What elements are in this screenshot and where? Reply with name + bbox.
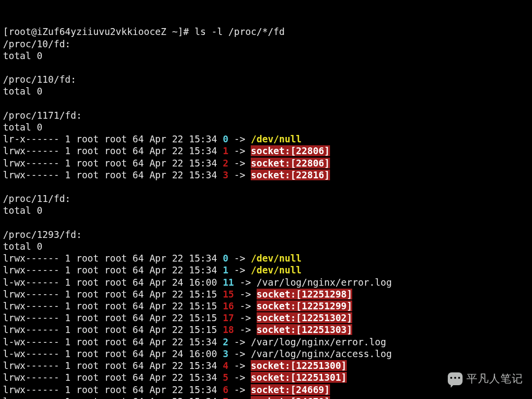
arrow: -> [229,336,251,347]
fd-entry: lrwx------ 1 root root 64 Apr 22 15:15 1… [3,288,529,300]
perms: lr-x------ [3,133,59,144]
ls-listing: /proc/10/fd:total 0 /proc/110/fd:total 0… [3,38,529,399]
fd-number: 6 [223,384,228,395]
arrow: -> [229,265,251,275]
arrow: -> [229,169,251,180]
blank-line [3,181,529,193]
perms: lrwx------ [3,145,59,156]
arrow: -> [234,312,257,323]
perms: l-wx------ [3,336,59,347]
fd-number: 4 [223,360,228,371]
command-text: ls -l /proc/*/fd [195,26,285,37]
arrow: -> [229,145,251,156]
arrow: -> [234,324,257,335]
dir-total: total 0 [3,50,529,62]
perms: lrwx------ [3,253,59,264]
fd-number: 0 [223,133,228,144]
watermark-text: 平凡人笔记 [466,373,523,385]
fd-target: socket:[22816] [251,169,330,180]
perms: lrwx------ [3,300,59,311]
fd-target: /var/log/nginx/error.log [251,336,386,347]
fd-target: socket:[22806] [251,145,330,156]
arrow: -> [229,158,251,168]
fd-entry: lrwx------ 1 root root 64 Apr 22 15:15 1… [3,312,529,324]
meta: 1 root root 64 Apr 22 15:34 [59,158,223,168]
blank-line [3,62,529,73]
arrow: -> [229,133,251,144]
blank-line [3,217,529,229]
fd-entry: lrwx------ 1 root root 64 Apr 22 15:15 1… [3,300,529,312]
fd-target: /dev/null [251,133,301,144]
meta: 1 root root 64 Apr 22 15:15 [59,324,223,335]
dir-header: /proc/1171/fd: [3,109,529,121]
fd-number: 15 [223,289,234,299]
prompt-cwd: ~ [166,26,178,37]
meta: 1 root root 64 Apr 24 16:00 [59,277,223,288]
meta: 1 root root 64 Apr 22 15:15 [59,312,223,323]
dir-header: /proc/1293/fd: [3,229,529,240]
arrow: -> [234,277,257,288]
fd-entry: lrwx------ 1 root root 64 Apr 22 15:15 1… [3,324,529,335]
fd-target: socket:[12251302] [257,312,352,323]
fd-target: /dev/null [251,253,301,264]
fd-number: 0 [223,253,228,264]
meta: 1 root root 64 Apr 22 15:34 [59,265,223,275]
perms: l-wx------ [3,277,59,288]
dir-total: total 0 [3,85,529,97]
fd-entry: lrwx------ 1 root root 64 Apr 22 15:34 2… [3,157,529,169]
fd-target: /dev/null [251,265,301,275]
fd-target: socket:[12251300] [251,360,346,371]
fd-number: 18 [223,324,234,335]
fd-number: 1 [223,265,228,275]
fd-entry: lrwx------ 1 root root 64 Apr 22 15:34 1… [3,264,529,276]
meta: 1 root root 64 Apr 22 15:34 [59,396,223,399]
dir-header: /proc/11/fd: [3,193,529,204]
dir-total: total 0 [3,240,529,252]
perms: lrwx------ [3,169,59,180]
prompt-open: [ [3,26,8,37]
fd-number: 2 [223,158,228,168]
meta: 1 root root 64 Apr 22 15:34 [59,253,223,264]
fd-number: 5 [223,372,228,383]
dir-header: /proc/110/fd: [3,73,529,85]
meta: 1 root root 64 Apr 22 15:34 [59,360,223,371]
fd-number: 11 [223,277,234,288]
meta: 1 root root 64 Apr 22 15:15 [59,289,223,299]
meta: 1 root root 64 Apr 22 15:34 [59,384,223,395]
fd-target: /var/log/nginx/error.log [257,277,392,288]
fd-entry: lr-x------ 1 root root 64 Apr 22 15:34 0… [3,133,529,145]
watermark: 平凡人笔记 [448,372,523,385]
meta: 1 root root 64 Apr 22 15:34 [59,133,223,144]
dir-total: total 0 [3,204,529,216]
fd-target: socket:[24669] [251,384,330,395]
prompt-close: ]# [178,26,195,37]
perms: lrwx------ [3,396,59,399]
perms: lrwx------ [3,384,59,395]
meta: 1 root root 64 Apr 22 15:34 [59,336,223,347]
fd-entry: lrwx------ 1 root root 64 Apr 22 15:34 4… [3,360,529,371]
prompt-line[interactable]: [root@iZuf64yziiuvu2vkkiooceZ ~]# ls -l … [3,26,529,37]
fd-number: 3 [223,169,228,180]
perms: lrwx------ [3,265,59,275]
blank-line [3,98,529,109]
perms: l-wx------ [3,348,59,359]
fd-entry: l-wx------ 1 root root 64 Apr 24 16:00 1… [3,276,529,288]
fd-entry: lrwx------ 1 root root 64 Apr 22 15:34 1… [3,145,529,157]
fd-target: socket:[12251303] [257,324,352,335]
perms: lrwx------ [3,324,59,335]
meta: 1 root root 64 Apr 22 15:34 [59,372,223,383]
wechat-icon [448,372,463,385]
perms: lrwx------ [3,158,59,168]
perms: lrwx------ [3,372,59,383]
dir-total: total 0 [3,121,529,133]
terminal-output: [root@iZuf64yziiuvu2vkkiooceZ ~]# ls -l … [0,0,532,399]
fd-entry: l-wx------ 1 root root 64 Apr 22 15:34 2… [3,336,529,348]
fd-number: 7 [223,396,228,399]
fd-number: 16 [223,300,234,311]
fd-target: socket:[12251301] [251,372,346,383]
arrow: -> [229,360,251,371]
meta: 1 root root 64 Apr 22 15:15 [59,300,223,311]
fd-entry: lrwx------ 1 root root 64 Apr 22 15:34 3… [3,169,529,181]
fd-number: 17 [223,312,234,323]
fd-entry: lrwx------ 1 root root 64 Apr 22 15:34 6… [3,384,529,396]
